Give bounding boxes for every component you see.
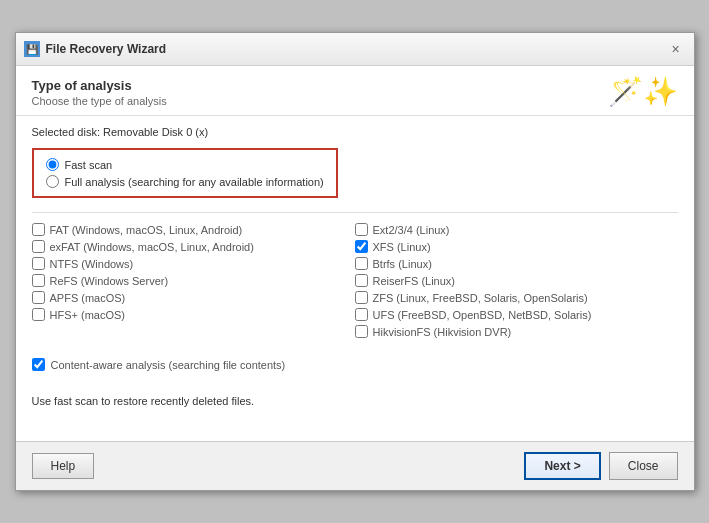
fs-fat[interactable]: FAT (Windows, macOS, Linux, Android): [32, 223, 355, 236]
ext234-label[interactable]: Ext2/3/4 (Linux): [373, 224, 450, 236]
hfsplus-checkbox[interactable]: [32, 308, 45, 321]
fs-exfat[interactable]: exFAT (Windows, macOS, Linux, Android): [32, 240, 355, 253]
full-analysis-radio[interactable]: [46, 175, 59, 188]
reiserfs-label[interactable]: ReiserFS (Linux): [373, 275, 456, 287]
header-text-block: Type of analysis Choose the type of anal…: [32, 78, 167, 107]
title-bar: 💾 File Recovery Wizard ×: [16, 33, 694, 66]
ext234-checkbox[interactable]: [355, 223, 368, 236]
fast-scan-label[interactable]: Fast scan: [65, 159, 113, 171]
ntfs-checkbox[interactable]: [32, 257, 45, 270]
fs-refs[interactable]: ReFS (Windows Server): [32, 274, 355, 287]
refs-label[interactable]: ReFS (Windows Server): [50, 275, 169, 287]
fast-scan-option[interactable]: Fast scan: [46, 158, 324, 171]
btrfs-checkbox[interactable]: [355, 257, 368, 270]
app-icon: 💾: [24, 41, 40, 57]
fs-zfs[interactable]: ZFS (Linux, FreeBSD, Solaris, OpenSolari…: [355, 291, 678, 304]
header-subtitle: Choose the type of analysis: [32, 95, 167, 107]
content-aware-section[interactable]: Content-aware analysis (searching file c…: [32, 354, 678, 375]
wizard-header: Type of analysis Choose the type of anal…: [16, 66, 694, 116]
wizard-body: Selected disk: Removable Disk 0 (x) Fast…: [16, 116, 694, 441]
title-bar-left: 💾 File Recovery Wizard: [24, 41, 167, 57]
xfs-checkbox[interactable]: [355, 240, 368, 253]
wizard-icon: 🪄✨: [608, 78, 678, 106]
fast-scan-radio[interactable]: [46, 158, 59, 171]
hikvisionfs-checkbox[interactable]: [355, 325, 368, 338]
header-title: Type of analysis: [32, 78, 167, 93]
xfs-label[interactable]: XFS (Linux): [373, 241, 431, 253]
footer-right-buttons: Next > Close: [524, 452, 677, 480]
dialog-footer: Help Next > Close: [16, 441, 694, 490]
fs-column-right: Ext2/3/4 (Linux) XFS (Linux) Btrfs (Linu…: [355, 223, 678, 342]
filesystem-section: FAT (Windows, macOS, Linux, Android) exF…: [32, 223, 678, 342]
analysis-type-group: Fast scan Full analysis (searching for a…: [32, 148, 338, 198]
zfs-checkbox[interactable]: [355, 291, 368, 304]
fs-ntfs[interactable]: NTFS (Windows): [32, 257, 355, 270]
fs-reiserfs[interactable]: ReiserFS (Linux): [355, 274, 678, 287]
close-window-button[interactable]: ×: [666, 39, 686, 59]
fs-xfs[interactable]: XFS (Linux): [355, 240, 678, 253]
close-button[interactable]: Close: [609, 452, 678, 480]
fs-hikvisionfs[interactable]: HikvisionFS (Hikvision DVR): [355, 325, 678, 338]
exfat-checkbox[interactable]: [32, 240, 45, 253]
content-aware-label[interactable]: Content-aware analysis (searching file c…: [51, 359, 286, 371]
dialog-title: File Recovery Wizard: [46, 42, 167, 56]
selected-disk-label: Selected disk: Removable Disk 0 (x): [32, 126, 678, 138]
fat-checkbox[interactable]: [32, 223, 45, 236]
full-analysis-option[interactable]: Full analysis (searching for any availab…: [46, 175, 324, 188]
help-button[interactable]: Help: [32, 453, 95, 479]
hfsplus-label[interactable]: HFS+ (macOS): [50, 309, 125, 321]
fs-hfsplus[interactable]: HFS+ (macOS): [32, 308, 355, 321]
fs-ext234[interactable]: Ext2/3/4 (Linux): [355, 223, 678, 236]
hikvisionfs-label[interactable]: HikvisionFS (Hikvision DVR): [373, 326, 512, 338]
full-analysis-label[interactable]: Full analysis (searching for any availab…: [65, 176, 324, 188]
divider: [32, 212, 678, 213]
zfs-label[interactable]: ZFS (Linux, FreeBSD, Solaris, OpenSolari…: [373, 292, 588, 304]
ufs-label[interactable]: UFS (FreeBSD, OpenBSD, NetBSD, Solaris): [373, 309, 592, 321]
file-recovery-wizard-dialog: 💾 File Recovery Wizard × Type of analysi…: [15, 32, 695, 491]
fs-ufs[interactable]: UFS (FreeBSD, OpenBSD, NetBSD, Solaris): [355, 308, 678, 321]
btrfs-label[interactable]: Btrfs (Linux): [373, 258, 432, 270]
fs-btrfs[interactable]: Btrfs (Linux): [355, 257, 678, 270]
next-button[interactable]: Next >: [524, 452, 600, 480]
fat-label[interactable]: FAT (Windows, macOS, Linux, Android): [50, 224, 243, 236]
reiserfs-checkbox[interactable]: [355, 274, 368, 287]
exfat-label[interactable]: exFAT (Windows, macOS, Linux, Android): [50, 241, 254, 253]
apfs-checkbox[interactable]: [32, 291, 45, 304]
refs-checkbox[interactable]: [32, 274, 45, 287]
ntfs-label[interactable]: NTFS (Windows): [50, 258, 134, 270]
fs-apfs[interactable]: APFS (macOS): [32, 291, 355, 304]
hint-text: Use fast scan to restore recently delete…: [32, 387, 678, 415]
ufs-checkbox[interactable]: [355, 308, 368, 321]
apfs-label[interactable]: APFS (macOS): [50, 292, 126, 304]
fs-column-left: FAT (Windows, macOS, Linux, Android) exF…: [32, 223, 355, 342]
content-aware-checkbox[interactable]: [32, 358, 45, 371]
